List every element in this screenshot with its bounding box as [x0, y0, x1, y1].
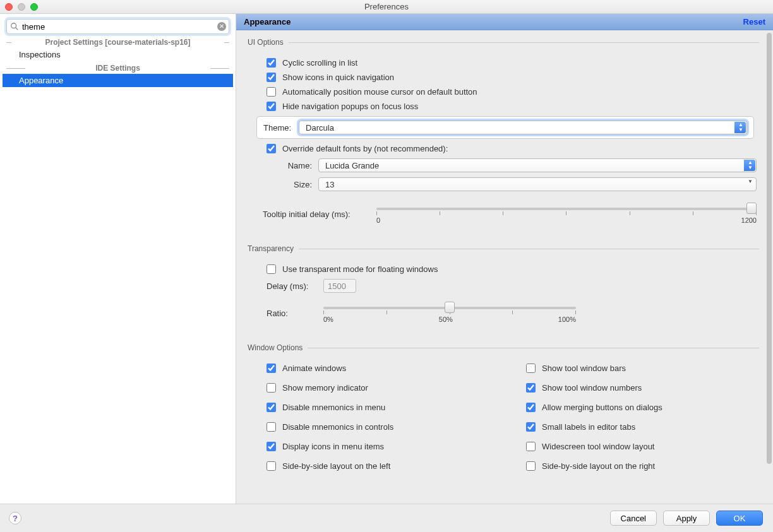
window-options-group: Window Options Animate windows Show tool…: [248, 343, 759, 476]
memory-indicator-checkbox[interactable]: Show memory indicator: [267, 383, 368, 393]
theme-label: Theme:: [263, 123, 291, 133]
override-fonts-label: Override default fonts by (not recommend…: [282, 144, 448, 153]
allow-merging-checkbox[interactable]: Allow merging buttons on dialogs: [526, 403, 662, 412]
show-icons-nav-checkbox[interactable]: Show icons in quick navigation: [267, 73, 394, 82]
hide-popups-checkbox[interactable]: Hide navigation popups on focus loss: [267, 102, 418, 111]
select-arrows-icon: ▲▼: [748, 160, 753, 170]
font-name-label: Name:: [275, 161, 312, 170]
icons-menu-label: Display icons in menu items: [282, 442, 384, 451]
window-controls: [5, 3, 38, 11]
titlebar: Preferences: [0, 0, 773, 14]
transparency-group: Transparency Use transparent mode for fl…: [248, 244, 759, 329]
sidebar-item-inspections[interactable]: Inspections: [6, 48, 229, 61]
use-transparent-label: Use transparent mode for floating window…: [282, 264, 438, 274]
show-icons-nav-label: Show icons in quick navigation: [282, 73, 394, 82]
memory-indicator-label: Show memory indicator: [282, 383, 368, 393]
use-transparent-checkbox[interactable]: Use transparent mode for floating window…: [267, 264, 438, 274]
ratio-label: Ratio:: [267, 309, 317, 318]
transparency-delay-input[interactable]: [323, 279, 356, 293]
window-options-legend: Window Options: [248, 343, 308, 352]
allow-merging-label: Allow merging buttons on dialogs: [542, 403, 662, 412]
content-header: Appearance Reset: [236, 14, 773, 30]
ratio-mid: 50%: [439, 316, 453, 323]
hide-popups-label: Hide navigation popups on focus loss: [282, 102, 418, 111]
ok-button[interactable]: OK: [716, 511, 763, 526]
theme-selector-box: Theme: Darcula ▲▼: [256, 116, 754, 139]
transparency-legend: Transparency: [248, 244, 299, 253]
cyclic-scrolling-label: Cyclic scrolling in list: [282, 58, 357, 68]
minimize-window-button[interactable]: [18, 3, 25, 11]
combo-arrow-icon: ▼: [748, 179, 753, 184]
window-title: Preferences: [364, 2, 409, 11]
theme-value: Darcula: [306, 123, 334, 133]
settings-scroll-area[interactable]: UI Options Cyclic scrolling in list Show…: [236, 30, 773, 504]
clear-search-icon[interactable]: ✕: [217, 22, 226, 31]
override-fonts-checkbox[interactable]: Override default fonts by (not recommend…: [267, 144, 448, 153]
ratio-max: 100%: [558, 316, 576, 323]
ide-settings-heading: IDE Settings: [6, 64, 229, 73]
search-input[interactable]: [6, 19, 229, 34]
small-labels-label: Small labels in editor tabs: [542, 422, 635, 432]
show-tool-bars-label: Show tool window bars: [542, 364, 626, 373]
auto-mouse-checkbox[interactable]: Automatically position mouse cursor on d…: [267, 87, 477, 97]
animate-windows-label: Animate windows: [282, 364, 346, 373]
tooltip-delay-slider[interactable]: 0 1200: [376, 203, 757, 225]
sbs-left-checkbox[interactable]: Side-by-side layout on the left: [267, 461, 390, 471]
dialog-footer: ? Cancel Apply OK: [0, 504, 773, 532]
font-name-value: Lucida Grande: [325, 161, 379, 170]
sbs-left-label: Side-by-side layout on the left: [282, 461, 390, 471]
widescreen-checkbox[interactable]: Widescreen tool window layout: [526, 442, 654, 451]
sidebar: ✕ Project Settings [course-materials-sp1…: [0, 14, 236, 504]
small-labels-checkbox[interactable]: Small labels in editor tabs: [526, 422, 635, 432]
font-name-select[interactable]: Lucida Grande ▲▼: [318, 158, 757, 172]
svg-point-0: [11, 23, 16, 28]
vertical-scrollbar[interactable]: [767, 33, 772, 501]
font-size-combo[interactable]: 13 ▼: [318, 177, 757, 191]
animate-windows-checkbox[interactable]: Animate windows: [267, 364, 346, 373]
svg-line-1: [16, 28, 18, 30]
tooltip-slider-min: 0: [376, 216, 380, 224]
select-arrows-icon: ▲▼: [738, 122, 743, 133]
disable-ctrl-mnemonics-checkbox[interactable]: Disable mnemonics in controls: [267, 422, 393, 432]
auto-mouse-label: Automatically position mouse cursor on d…: [282, 87, 477, 97]
search-icon: [10, 22, 19, 31]
disable-ctrl-mnemonics-label: Disable mnemonics in controls: [282, 422, 393, 432]
page-title: Appearance: [244, 17, 291, 27]
tooltip-slider-max: 1200: [741, 216, 757, 224]
font-size-value: 13: [325, 180, 334, 189]
theme-select[interactable]: Darcula ▲▼: [299, 121, 747, 134]
disable-menu-mnemonics-label: Disable mnemonics in menu: [282, 403, 385, 412]
reset-link[interactable]: Reset: [743, 17, 765, 27]
project-settings-heading: Project Settings [course-materials-sp16]: [6, 38, 229, 47]
ui-options-legend: UI Options: [248, 38, 289, 47]
help-button[interactable]: ?: [9, 512, 21, 524]
show-tool-numbers-checkbox[interactable]: Show tool window numbers: [526, 383, 642, 393]
sbs-right-checkbox[interactable]: Side-by-side layout on the right: [526, 461, 655, 471]
show-tool-numbers-label: Show tool window numbers: [542, 383, 642, 393]
close-window-button[interactable]: [5, 3, 13, 11]
icons-menu-checkbox[interactable]: Display icons in menu items: [267, 442, 384, 451]
transparency-delay-label: Delay (ms):: [267, 281, 317, 291]
zoom-window-button[interactable]: [30, 3, 38, 11]
show-tool-bars-checkbox[interactable]: Show tool window bars: [526, 364, 626, 373]
tooltip-delay-label: Tooltip initial delay (ms):: [263, 210, 370, 219]
ratio-min: 0%: [323, 316, 333, 323]
disable-menu-mnemonics-checkbox[interactable]: Disable mnemonics in menu: [267, 403, 385, 412]
font-size-label: Size:: [275, 180, 312, 189]
settings-tree: Project Settings [course-materials-sp16]…: [6, 38, 229, 87]
sidebar-item-appearance[interactable]: Appearance: [3, 74, 233, 87]
cyclic-scrolling-checkbox[interactable]: Cyclic scrolling in list: [267, 58, 357, 68]
ratio-slider[interactable]: 0% 50% 100%: [323, 302, 576, 324]
apply-button[interactable]: Apply: [663, 511, 710, 526]
ui-options-group: UI Options Cyclic scrolling in list Show…: [248, 38, 759, 230]
sbs-right-label: Side-by-side layout on the right: [542, 461, 655, 471]
cancel-button[interactable]: Cancel: [610, 511, 657, 526]
widescreen-label: Widescreen tool window layout: [542, 442, 654, 451]
